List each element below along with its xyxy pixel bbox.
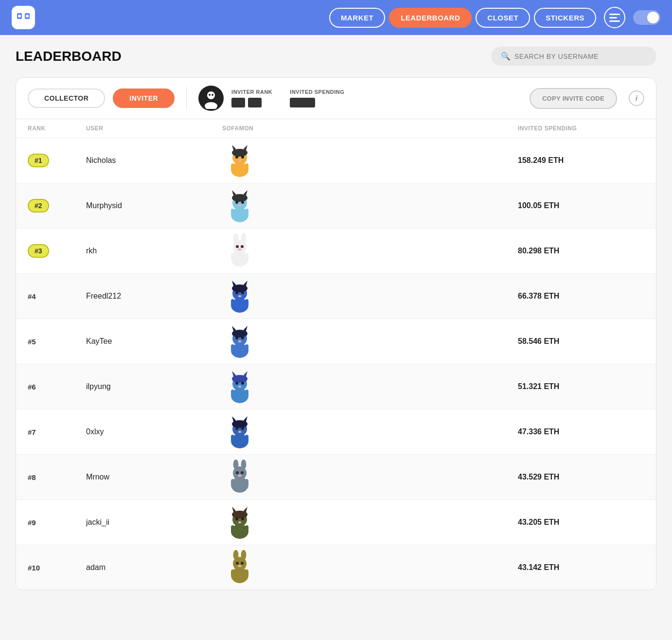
search-input[interactable]: [514, 53, 647, 60]
table-body: #1 Nicholas 158.249 ETH #2 Murphysid: [16, 138, 656, 590]
sofamon-image: [222, 414, 257, 449]
svg-rect-106: [233, 436, 247, 445]
svg-point-124: [235, 517, 238, 520]
nav-tab-leaderboard[interactable]: LEADERBOARD: [389, 8, 472, 28]
svg-point-43: [241, 233, 246, 243]
svg-point-10: [209, 94, 211, 96]
svg-point-71: [235, 337, 238, 339]
svg-rect-4: [609, 14, 620, 15]
table-row: #4 Freedl212 66.378 ETH: [16, 274, 656, 319]
svg-point-87: [238, 386, 241, 388]
sofamon-cell: [222, 369, 518, 404]
rank-cell: #3: [28, 244, 86, 258]
svg-point-59: [238, 295, 241, 297]
sofamon-cell: [222, 188, 518, 223]
nav-tab-market[interactable]: MARKET: [329, 8, 385, 28]
svg-point-98: [235, 421, 245, 426]
rank-cell: #2: [28, 199, 86, 213]
inviter-rank-label: INVITER RANK: [231, 89, 272, 95]
sofamon-image: [222, 550, 257, 585]
col-user: USER: [86, 125, 222, 132]
svg-point-109: [233, 460, 238, 469]
svg-point-19: [241, 156, 244, 159]
sofamon-cell: [222, 279, 518, 314]
logo: [12, 6, 35, 29]
table-row: #7 0xlxy 47.336 ETH: [16, 409, 656, 455]
svg-rect-6: [609, 20, 620, 22]
user-cell: 0xlxy: [86, 427, 222, 436]
sofamon-cell: [222, 233, 518, 268]
svg-point-123: [235, 511, 245, 516]
rank-text: #4: [28, 292, 36, 301]
rank-text: #5: [28, 338, 36, 346]
nav-icon-button[interactable]: [604, 7, 625, 28]
svg-point-99: [235, 427, 238, 430]
sofamon-cell: [222, 505, 518, 540]
svg-rect-39: [233, 210, 247, 219]
svg-point-45: [241, 245, 244, 248]
sofamon-image: [222, 233, 257, 268]
svg-point-56: [235, 285, 245, 290]
svg-point-17: [235, 149, 245, 154]
sofamon-image: [222, 324, 257, 359]
table-row: #3 rkh 80.298 ETH: [16, 229, 656, 274]
svg-rect-116: [231, 479, 235, 486]
inviter-spend-section: INVITED SPENDING: [290, 89, 344, 107]
sofamon-image: [222, 369, 257, 404]
page-title: LEADERBOARD: [16, 49, 122, 64]
sofamon-cell: [222, 550, 518, 585]
table-row: #8 Mrnow 43.529 ETH: [16, 455, 656, 500]
rank-badge: #3: [28, 244, 49, 258]
tab-collector[interactable]: COLLECTOR: [28, 89, 105, 108]
spending-cell: 43.142 ETH: [518, 563, 644, 572]
rank-cell: #5: [28, 338, 86, 346]
rank-text: #10: [28, 564, 40, 572]
svg-point-138: [238, 565, 242, 567]
svg-point-3: [26, 15, 29, 18]
nav-tab-closet[interactable]: CLOSET: [476, 8, 530, 28]
svg-point-32: [235, 201, 238, 204]
rank-text: #8: [28, 473, 36, 481]
info-button[interactable]: i: [629, 90, 644, 106]
svg-point-135: [241, 550, 246, 560]
rank-cell: #6: [28, 383, 86, 391]
svg-point-113: [238, 475, 242, 477]
svg-rect-131: [233, 526, 247, 536]
inviter-rank-section: INVITER RANK: [231, 89, 272, 107]
svg-point-2: [18, 15, 21, 18]
svg-point-134: [233, 550, 238, 560]
svg-point-100: [241, 427, 244, 430]
svg-rect-50: [245, 253, 248, 260]
svg-point-44: [236, 245, 239, 248]
table-row: #1 Nicholas 158.249 ETH: [16, 138, 656, 183]
svg-point-57: [235, 291, 238, 294]
col-sofamon: SOFAMON: [222, 125, 518, 132]
svg-point-18: [235, 156, 238, 159]
user-cell: jacki_ii: [86, 518, 222, 527]
sofamon-image: [222, 505, 257, 540]
svg-point-137: [241, 562, 244, 565]
spending-blocks: [290, 98, 344, 107]
user-cell: Mrnow: [86, 473, 222, 481]
tab-inviter[interactable]: INVITER: [113, 89, 175, 108]
user-cell: KayTee: [86, 337, 222, 346]
svg-point-8: [207, 91, 215, 99]
svg-point-101: [238, 431, 241, 433]
svg-point-73: [238, 340, 241, 342]
rank-cell: #1: [28, 154, 86, 167]
svg-rect-92: [233, 391, 247, 400]
table-header: RANK USER SOFAMON INVITED SPENDING: [16, 119, 656, 138]
user-cell: ilpyung: [86, 382, 222, 391]
rank-cell: #9: [28, 518, 86, 527]
spending-cell: 47.336 ETH: [518, 427, 644, 436]
invited-spending-label: INVITED SPENDING: [290, 89, 344, 95]
rank-block-1: [231, 98, 245, 107]
nav-tab-stickers[interactable]: STICKERS: [534, 8, 596, 28]
svg-point-85: [235, 382, 238, 385]
svg-rect-78: [233, 345, 247, 355]
rank-badge: #1: [28, 154, 49, 167]
copy-invite-button[interactable]: COPY INVITE CODE: [530, 88, 617, 109]
nav-toggle[interactable]: [633, 10, 660, 25]
user-cell: Murphysid: [86, 201, 222, 210]
svg-point-42: [233, 233, 238, 243]
